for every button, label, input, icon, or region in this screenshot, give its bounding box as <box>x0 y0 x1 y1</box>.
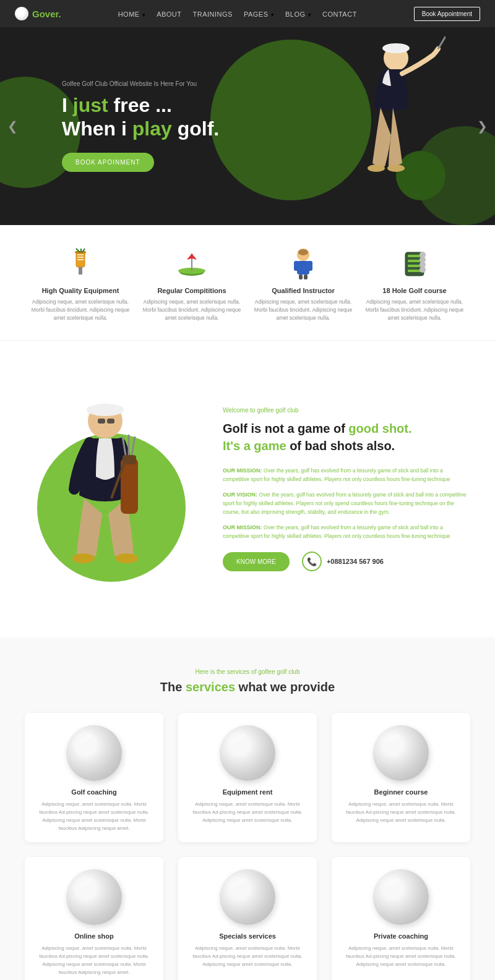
services-title: The services what we provide <box>25 680 470 694</box>
phone-contact: 📞 +0881234 567 906 <box>302 552 384 571</box>
logo[interactable]: Gover. <box>15 7 61 20</box>
svg-rect-38 <box>98 419 105 424</box>
feature-title-competitions: Regular Compititions <box>142 287 241 294</box>
about-actions: KNOW MORE 📞 +0881234 567 906 <box>223 552 470 571</box>
hero-prev-button[interactable]: ❮ <box>7 119 18 134</box>
nav-links: HOME ▾ ABOUT TRAININGS PAGES ▾ BLOG ▾ CO… <box>118 8 357 19</box>
about-section: Welcome to golfee golf club Golf is not … <box>0 341 495 637</box>
svg-rect-43 <box>123 455 136 464</box>
about-know-more-button[interactable]: KNOW MORE <box>223 552 290 571</box>
feature-item-instructor: Qualified Instructor Adipiscing neque, a… <box>254 247 353 322</box>
service-ball-3 <box>66 869 122 925</box>
service-desc-4: Adipiscing neque, amet scelerisque nulla… <box>188 945 307 968</box>
feature-item-competitions: Regular Compititions Adipiscing neque, a… <box>142 247 241 322</box>
navbar: Gover. HOME ▾ ABOUT TRAININGS PAGES ▾ BL… <box>0 0 495 27</box>
feature-title-equipment: High Quality Equipment <box>31 287 130 294</box>
service-name-5: Private coaching <box>342 932 460 940</box>
service-ball-5 <box>373 869 429 925</box>
service-name-1: Equipment rent <box>188 788 307 796</box>
about-mission-title: OUR MISSION: Over the years, golf has ev… <box>223 467 470 484</box>
feature-title-holes: 18 Hole Golf course <box>365 287 464 294</box>
service-name-4: Specials services <box>188 932 307 940</box>
nav-item-about[interactable]: ABOUT <box>157 8 181 19</box>
svg-rect-30 <box>408 270 421 272</box>
svg-point-41 <box>116 553 138 563</box>
service-card-5: Private coaching Adipiscing neque, amet … <box>332 857 470 980</box>
feature-desc-competitions: Adipiscing neque, amet scelerisque nulla… <box>142 298 241 322</box>
svg-point-25 <box>298 249 308 255</box>
hero-book-button[interactable]: BOOK APOINMENT <box>62 153 154 172</box>
feature-desc-instructor: Adipiscing neque, amet scelerisque nulla… <box>254 298 353 322</box>
about-mission2-title: OUR MISSION: Over the years, golf has ev… <box>223 524 470 540</box>
hero-title: I just free ... When i play golf. <box>62 93 219 141</box>
about-subtitle: Welcome to golfee golf club <box>223 407 470 414</box>
svg-rect-37 <box>87 406 124 414</box>
services-subtitle: Here is the services of golfee golf club <box>25 668 470 675</box>
nav-item-contact[interactable]: CONTACT <box>322 8 357 19</box>
features-section: High Quality Equipment Adipiscing neque,… <box>0 225 495 341</box>
competitions-icon <box>175 247 209 281</box>
feature-desc-equipment: Adipiscing neque, amet scelerisque nulla… <box>31 298 130 322</box>
svg-point-40 <box>72 553 95 563</box>
svg-rect-27 <box>408 255 421 257</box>
service-ball-0 <box>66 725 122 781</box>
about-vision-section: OUR VISION: Over the years, golf has evo… <box>223 491 470 516</box>
hero-section: Golfee Golf Club Official Website Is Her… <box>0 27 495 225</box>
nav-item-pages[interactable]: PAGES ▾ <box>244 8 274 19</box>
hero-subtitle: Golfee Golf Club Official Website Is Her… <box>62 80 219 87</box>
nav-item-home[interactable]: HOME ▾ <box>118 8 145 19</box>
svg-rect-21 <box>308 261 312 271</box>
about-mission2-section: OUR MISSION: Over the years, golf has ev… <box>223 524 470 540</box>
book-appointment-button[interactable]: Book Appointment <box>414 7 480 21</box>
svg-rect-10 <box>79 267 82 275</box>
phone-number: +0881234 567 906 <box>327 558 384 565</box>
hero-next-button[interactable]: ❯ <box>477 119 488 134</box>
svg-line-46 <box>132 437 135 455</box>
about-title: Golf is not a game of good shot. It's a … <box>223 420 470 454</box>
hero-content: Golfee Golf Club Official Website Is Her… <box>0 80 219 173</box>
about-vision-title: OUR VISION: Over the years, golf has evo… <box>223 491 470 516</box>
service-card-1: Equipment rent Adipiscing neque, amet sc… <box>178 713 317 842</box>
svg-point-3 <box>368 164 385 172</box>
phone-icon: 📞 <box>302 552 322 571</box>
svg-line-2 <box>438 36 446 49</box>
golfer-image <box>322 33 446 216</box>
services-grid: Golf coaching Adipiscing neque, amet sce… <box>25 713 470 980</box>
service-name-2: Beginner course <box>342 788 460 796</box>
service-card-3: Online shop Adipiscing neque, amet scele… <box>25 857 163 980</box>
svg-point-34 <box>420 266 426 273</box>
service-desc-0: Adipiscing neque, amet scelerisque nulla… <box>35 801 153 832</box>
service-desc-5: Adipiscing neque, amet scelerisque nulla… <box>342 945 460 968</box>
svg-rect-28 <box>408 260 421 262</box>
about-content: Welcome to golfee golf club Golf is not … <box>223 407 470 571</box>
feature-item-equipment: High Quality Equipment Adipiscing neque,… <box>31 247 130 322</box>
about-person-image <box>25 384 198 607</box>
svg-point-4 <box>387 164 405 172</box>
service-desc-2: Adipiscing neque, amet scelerisque nulla… <box>342 801 460 824</box>
svg-rect-20 <box>294 261 299 271</box>
feature-title-instructor: Qualified Instructor <box>254 287 353 294</box>
nav-item-trainings[interactable]: TRAININGS <box>193 8 233 19</box>
svg-rect-39 <box>107 419 114 424</box>
service-ball-4 <box>220 869 275 925</box>
svg-rect-22 <box>299 275 303 279</box>
instructor-icon <box>286 247 320 281</box>
feature-item-holes: 18 Hole Golf course Adipiscing neque, am… <box>365 247 464 322</box>
holes-icon <box>398 247 431 281</box>
logo-ball-icon <box>15 7 28 20</box>
equipment-icon <box>64 247 97 281</box>
service-card-2: Beginner course Adipiscing neque, amet s… <box>332 713 470 842</box>
service-name-0: Golf coaching <box>35 788 153 796</box>
about-image-container <box>25 372 198 607</box>
svg-rect-23 <box>304 275 308 279</box>
service-ball-2 <box>373 725 429 781</box>
nav-item-blog[interactable]: BLOG ▾ <box>285 8 311 19</box>
svg-rect-29 <box>408 265 421 267</box>
service-card-0: Golf coaching Adipiscing neque, amet sce… <box>25 713 163 842</box>
services-section: Here is the services of golfee golf club… <box>0 637 495 980</box>
service-desc-3: Adipiscing neque, amet scelerisque nulla… <box>35 945 153 976</box>
service-card-4: Specials services Adipiscing neque, amet… <box>178 857 317 980</box>
service-ball-1 <box>220 725 275 781</box>
service-desc-1: Adipiscing neque, amet scelerisque nulla… <box>188 801 307 824</box>
about-mission-section: OUR MISSION: Over the years, golf has ev… <box>223 467 470 484</box>
